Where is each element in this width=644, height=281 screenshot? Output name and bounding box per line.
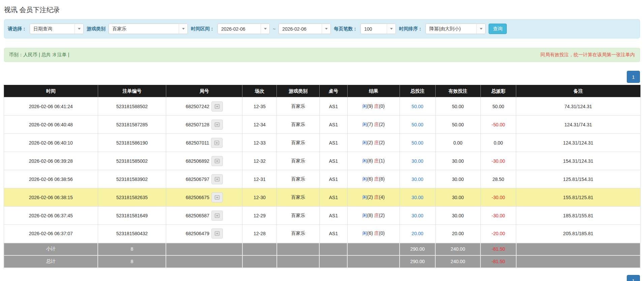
round-id-text: 682506892 [186,158,209,164]
date-start-select[interactable]: 2026-02-06 [217,24,270,34]
result-banker-label: 庄 [374,158,379,163]
page-1-button[interactable]: 1 [627,71,640,83]
total-payout: -81.50 [480,255,516,268]
cell-payout: -50.00 [480,116,516,134]
cell-time: 2026-02-06 06:39:28 [4,152,98,170]
query-mode-select[interactable]: 日期查询 [30,24,84,34]
cell-payout: -20.00 [480,225,516,243]
chevron-down-icon[interactable] [261,24,269,34]
cell-bet-id: 523181580432 [98,225,166,243]
chevron-down-icon[interactable] [179,24,187,34]
cell-total-bet: 50.00 [400,134,435,152]
result-player-score: (7) [367,122,373,127]
total-bet-link[interactable]: 30.00 [412,158,423,164]
total-bet-link[interactable]: 20.00 [412,231,423,236]
date-end-value: 2026-02-06 [279,24,322,34]
result-banker-score: (2) [379,140,385,145]
video-replay-button[interactable] [211,156,223,166]
cell-table-no: AS1 [319,97,347,116]
cell-table-no: AS1 [319,134,347,152]
cell-total-bet: 50.00 [400,97,435,116]
result-banker-label: 庄 [374,230,379,236]
cell-result: 闲(2) 庄(2) [347,134,400,152]
cell-note: 124.31/124.31 [516,134,640,152]
total-bet-link[interactable]: 30.00 [412,177,423,182]
header-game-type: 游戏类别 [277,85,319,97]
cell-result: 闲(2) 庄(4) [347,188,400,207]
round-id-text: 682507128 [186,122,209,127]
mode-label: 请选择： [8,26,27,32]
table-row: 2026-02-06 06:40:10 523181586190 6825070… [4,134,640,152]
total-bet-link[interactable]: 30.00 [412,213,423,218]
cell-game-type: 百家乐 [277,134,319,152]
cell-time: 2026-02-06 06:40:10 [4,134,98,152]
result-player-score: (2) [367,194,373,200]
video-replay-button[interactable] [211,174,223,184]
total-bet-link[interactable]: 50.00 [412,104,423,109]
date-end-select[interactable]: 2026-02-06 [279,24,331,34]
result-banker-score: (1) [379,158,385,163]
film-icon [214,195,220,200]
result-banker-label: 庄 [374,213,379,218]
film-icon [214,104,220,109]
table-row: 2026-02-06 06:37:45 523181581649 6825065… [4,207,640,225]
result-player-score: (6) [367,230,373,236]
chevron-down-icon[interactable] [387,24,396,34]
cell-game-type: 百家乐 [277,97,319,116]
cell-bet-id: 523181588502 [98,97,166,116]
header-session: 场次 [242,85,277,97]
cell-result: 闲(6) 庄(0) [347,225,400,243]
cell-result: 闲(7) 庄(2) [347,116,400,134]
search-button[interactable]: 查询 [489,24,507,34]
cell-session: 12-29 [242,207,277,225]
query-mode-value: 日期查询 [30,24,75,34]
cell-table-no: AS1 [319,116,347,134]
video-replay-button[interactable] [211,138,223,148]
cell-round-id: 682506797 [166,170,242,188]
chevron-down-icon[interactable] [322,24,330,34]
cell-note: 185.81/155.81 [516,207,640,225]
cell-time: 2026-02-06 06:38:15 [4,188,98,207]
cell-payout: 50.00 [480,97,516,116]
result-player-label: 闲 [362,213,367,218]
total-bet-link[interactable]: 50.00 [412,122,423,127]
video-replay-button[interactable] [211,101,223,112]
video-replay-button[interactable] [211,192,223,202]
film-icon [214,213,220,218]
result-banker-label: 庄 [374,103,379,109]
result-banker-score: (2) [379,213,385,218]
cell-result: 闲(6) 庄(8) [347,170,400,188]
total-bet-link[interactable]: 50.00 [412,140,423,146]
subtotal-count: 8 [98,243,166,255]
round-id-text: 682507011 [186,140,209,146]
valid-bet-notice: 同局有效投注，统一计算在该局第一张注单内 [540,52,635,58]
total-total-bet: 290.00 [400,255,435,268]
cell-valid-bet: 30.00 [435,207,480,225]
cell-game-type: 百家乐 [277,207,319,225]
result-player-label: 闲 [362,103,367,109]
cell-note: 155.81/125.81 [516,188,640,207]
time-sort-select[interactable]: 降冪(由大到小) [426,24,486,34]
film-icon [214,140,219,145]
cell-session: 12-35 [242,97,277,116]
range-separator: ~ [273,26,275,32]
per-page-select[interactable]: 100 [360,24,396,34]
video-replay-button[interactable] [211,228,223,239]
video-replay-button[interactable] [211,120,223,130]
cell-session: 12-34 [242,116,277,134]
page-1-button[interactable]: 1 [627,275,640,281]
cell-time: 2026-02-06 06:37:45 [4,207,98,225]
game-type-select[interactable]: 百家乐 [109,24,188,34]
cell-round-id: 682506675 [166,188,242,207]
chevron-down-icon[interactable] [476,24,485,34]
cell-game-type: 百家乐 [277,188,319,207]
result-player-label: 闲 [362,176,367,182]
cell-bet-id: 523181586190 [98,134,166,152]
cell-session: 12-30 [242,188,277,207]
table-header: 时间 注单编号 局号 场次 游戏类别 桌号 结果 总投注 有效投注 总派彩 备注 [4,85,640,97]
result-banker-score: (2) [379,122,385,127]
total-bet-link[interactable]: 30.00 [412,195,423,200]
video-replay-button[interactable] [211,211,223,221]
subtotal-payout: -81.50 [480,243,516,255]
chevron-down-icon[interactable] [75,24,83,34]
